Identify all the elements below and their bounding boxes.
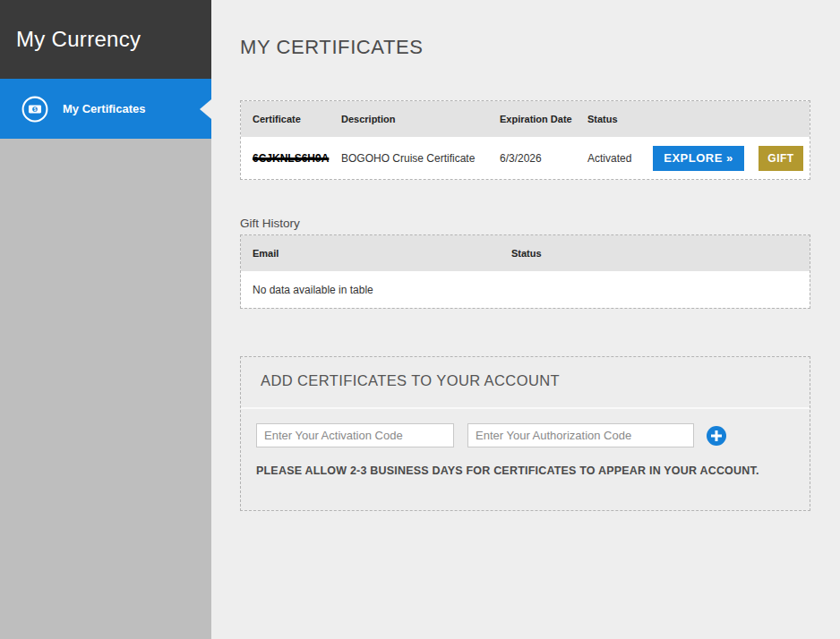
add-certificates-panel: ADD CERTIFICATES TO YOUR ACCOUNT PLEASE …	[240, 356, 810, 511]
activation-code-input[interactable]	[256, 423, 454, 447]
main-content: MY CERTIFICATES Certificate Description …	[211, 0, 840, 639]
col-email: Email	[253, 248, 511, 259]
explore-button[interactable]: EXPLORE »	[653, 146, 744, 171]
table-row: 6CJKNLS6H9A BOGOHO Cruise Certificate 6/…	[241, 137, 810, 179]
certificates-table-header: Certificate Description Expiration Date …	[241, 101, 810, 137]
certificate-expiration: 6/3/2026	[500, 152, 587, 165]
sidebar: My Currency $ My Certificates	[0, 0, 211, 639]
col-expiration-date: Expiration Date	[500, 114, 587, 124]
page-title: MY CERTIFICATES	[240, 36, 424, 59]
certificate-description: BOGOHO Cruise Certificate	[341, 152, 500, 165]
col-certificate: Certificate	[253, 114, 341, 124]
certificate-status: Activated	[587, 152, 653, 165]
divider	[241, 407, 810, 409]
col-description: Description	[341, 114, 500, 124]
app-title: My Currency	[0, 0, 211, 79]
processing-note: PLEASE ALLOW 2-3 BUSINESS DAYS FOR CERTI…	[256, 464, 759, 477]
add-certificate-plus-icon[interactable]	[707, 426, 726, 446]
certificates-table: Certificate Description Expiration Date …	[240, 100, 810, 180]
authorization-code-input[interactable]	[467, 423, 694, 447]
svg-text:$: $	[34, 106, 37, 111]
col-status: Status	[587, 114, 653, 124]
gift-history-table: Email Status No data available in table	[240, 234, 810, 309]
sidebar-item-my-certificates[interactable]: $ My Certificates	[0, 79, 211, 139]
add-certificates-title: ADD CERTIFICATES TO YOUR ACCOUNT	[261, 372, 560, 389]
money-bill-icon: $	[21, 96, 48, 123]
gift-history-empty-message: No data available in table	[241, 271, 810, 308]
col-gift-status: Status	[511, 248, 810, 259]
gift-history-title: Gift History	[240, 217, 300, 230]
gift-history-header: Email Status	[241, 235, 810, 271]
gift-button[interactable]: GIFT	[759, 146, 803, 171]
sidebar-item-label: My Certificates	[63, 102, 145, 115]
certificate-code: 6CJKNLS6H9A	[253, 152, 341, 165]
